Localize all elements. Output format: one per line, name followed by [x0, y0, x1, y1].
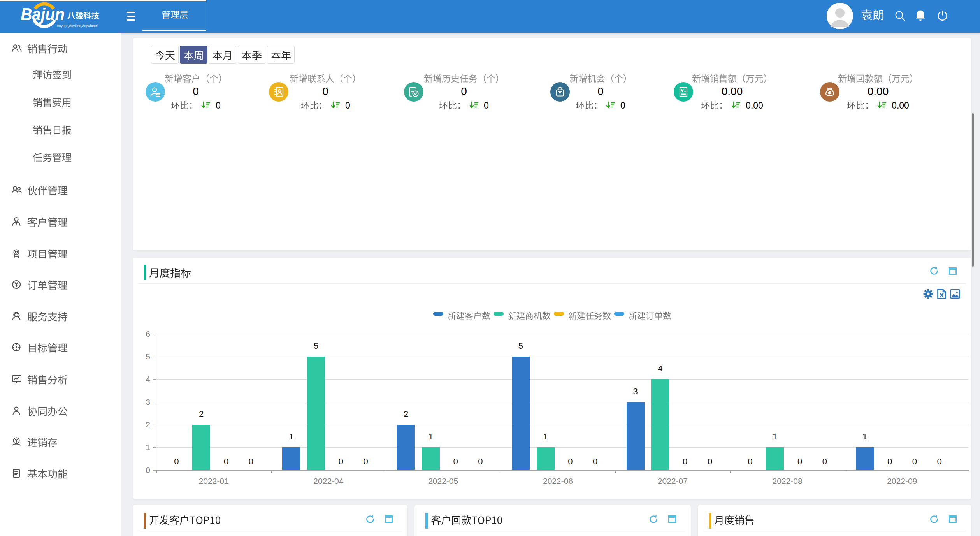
svg-text:Bajun: Bajun [21, 4, 65, 24]
svg-text:Anyone,Anytime,Anywhere!: Anyone,Anytime,Anywhere! [57, 23, 98, 28]
